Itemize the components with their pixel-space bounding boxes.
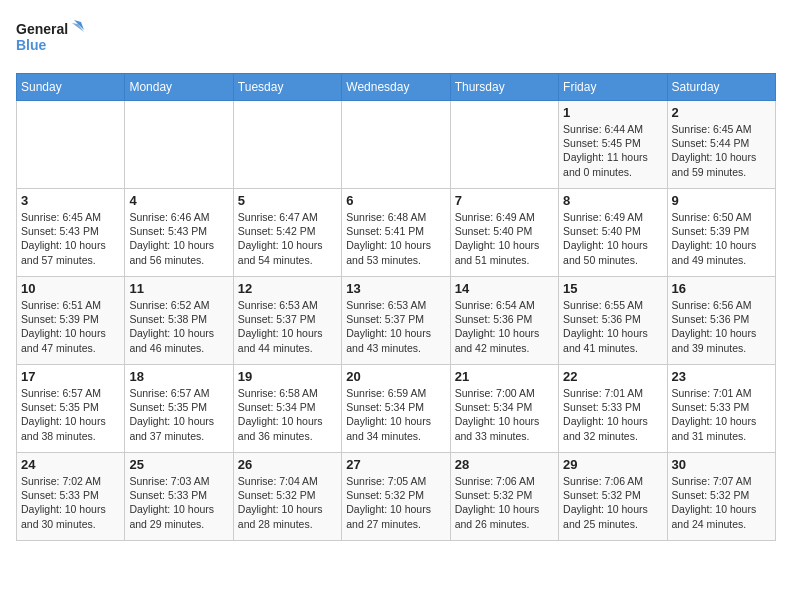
calendar-day-cell: 4Sunrise: 6:46 AM Sunset: 5:43 PM Daylig… bbox=[125, 189, 233, 277]
calendar-day-cell bbox=[233, 101, 341, 189]
day-info: Sunrise: 6:54 AM Sunset: 5:36 PM Dayligh… bbox=[455, 298, 554, 355]
day-number: 14 bbox=[455, 281, 554, 296]
logo-svg: General Blue bbox=[16, 16, 86, 61]
day-of-week-header: Wednesday bbox=[342, 74, 450, 101]
calendar-day-cell bbox=[342, 101, 450, 189]
day-number: 2 bbox=[672, 105, 771, 120]
day-info: Sunrise: 7:03 AM Sunset: 5:33 PM Dayligh… bbox=[129, 474, 228, 531]
calendar-day-cell: 9Sunrise: 6:50 AM Sunset: 5:39 PM Daylig… bbox=[667, 189, 775, 277]
logo: General Blue bbox=[16, 16, 86, 61]
day-number: 26 bbox=[238, 457, 337, 472]
day-info: Sunrise: 6:51 AM Sunset: 5:39 PM Dayligh… bbox=[21, 298, 120, 355]
calendar-day-cell: 5Sunrise: 6:47 AM Sunset: 5:42 PM Daylig… bbox=[233, 189, 341, 277]
calendar-week-row: 1Sunrise: 6:44 AM Sunset: 5:45 PM Daylig… bbox=[17, 101, 776, 189]
calendar-day-cell: 26Sunrise: 7:04 AM Sunset: 5:32 PM Dayli… bbox=[233, 453, 341, 541]
calendar-day-cell: 7Sunrise: 6:49 AM Sunset: 5:40 PM Daylig… bbox=[450, 189, 558, 277]
calendar-day-cell: 25Sunrise: 7:03 AM Sunset: 5:33 PM Dayli… bbox=[125, 453, 233, 541]
calendar-day-cell: 19Sunrise: 6:58 AM Sunset: 5:34 PM Dayli… bbox=[233, 365, 341, 453]
day-of-week-header: Tuesday bbox=[233, 74, 341, 101]
calendar-week-row: 17Sunrise: 6:57 AM Sunset: 5:35 PM Dayli… bbox=[17, 365, 776, 453]
day-info: Sunrise: 6:44 AM Sunset: 5:45 PM Dayligh… bbox=[563, 122, 662, 179]
day-number: 20 bbox=[346, 369, 445, 384]
calendar-day-cell bbox=[125, 101, 233, 189]
day-number: 7 bbox=[455, 193, 554, 208]
day-info: Sunrise: 7:05 AM Sunset: 5:32 PM Dayligh… bbox=[346, 474, 445, 531]
day-number: 5 bbox=[238, 193, 337, 208]
day-info: Sunrise: 6:46 AM Sunset: 5:43 PM Dayligh… bbox=[129, 210, 228, 267]
day-number: 18 bbox=[129, 369, 228, 384]
day-of-week-header: Sunday bbox=[17, 74, 125, 101]
day-of-week-header: Monday bbox=[125, 74, 233, 101]
calendar-day-cell: 17Sunrise: 6:57 AM Sunset: 5:35 PM Dayli… bbox=[17, 365, 125, 453]
day-number: 29 bbox=[563, 457, 662, 472]
day-number: 30 bbox=[672, 457, 771, 472]
day-number: 27 bbox=[346, 457, 445, 472]
calendar-day-cell: 29Sunrise: 7:06 AM Sunset: 5:32 PM Dayli… bbox=[559, 453, 667, 541]
day-header-row: SundayMondayTuesdayWednesdayThursdayFrid… bbox=[17, 74, 776, 101]
calendar-header: SundayMondayTuesdayWednesdayThursdayFrid… bbox=[17, 74, 776, 101]
day-info: Sunrise: 6:59 AM Sunset: 5:34 PM Dayligh… bbox=[346, 386, 445, 443]
day-info: Sunrise: 7:01 AM Sunset: 5:33 PM Dayligh… bbox=[672, 386, 771, 443]
day-number: 25 bbox=[129, 457, 228, 472]
day-info: Sunrise: 6:58 AM Sunset: 5:34 PM Dayligh… bbox=[238, 386, 337, 443]
day-info: Sunrise: 6:45 AM Sunset: 5:43 PM Dayligh… bbox=[21, 210, 120, 267]
calendar-day-cell: 12Sunrise: 6:53 AM Sunset: 5:37 PM Dayli… bbox=[233, 277, 341, 365]
day-number: 11 bbox=[129, 281, 228, 296]
day-info: Sunrise: 6:50 AM Sunset: 5:39 PM Dayligh… bbox=[672, 210, 771, 267]
calendar-day-cell: 22Sunrise: 7:01 AM Sunset: 5:33 PM Dayli… bbox=[559, 365, 667, 453]
day-number: 9 bbox=[672, 193, 771, 208]
day-number: 3 bbox=[21, 193, 120, 208]
day-info: Sunrise: 6:45 AM Sunset: 5:44 PM Dayligh… bbox=[672, 122, 771, 179]
day-number: 4 bbox=[129, 193, 228, 208]
day-number: 13 bbox=[346, 281, 445, 296]
svg-text:Blue: Blue bbox=[16, 37, 47, 53]
calendar-day-cell bbox=[450, 101, 558, 189]
calendar-day-cell: 20Sunrise: 6:59 AM Sunset: 5:34 PM Dayli… bbox=[342, 365, 450, 453]
day-info: Sunrise: 7:07 AM Sunset: 5:32 PM Dayligh… bbox=[672, 474, 771, 531]
day-number: 22 bbox=[563, 369, 662, 384]
day-info: Sunrise: 7:02 AM Sunset: 5:33 PM Dayligh… bbox=[21, 474, 120, 531]
day-number: 24 bbox=[21, 457, 120, 472]
calendar-day-cell: 11Sunrise: 6:52 AM Sunset: 5:38 PM Dayli… bbox=[125, 277, 233, 365]
day-info: Sunrise: 6:55 AM Sunset: 5:36 PM Dayligh… bbox=[563, 298, 662, 355]
calendar-day-cell: 15Sunrise: 6:55 AM Sunset: 5:36 PM Dayli… bbox=[559, 277, 667, 365]
calendar-body: 1Sunrise: 6:44 AM Sunset: 5:45 PM Daylig… bbox=[17, 101, 776, 541]
day-of-week-header: Thursday bbox=[450, 74, 558, 101]
calendar-week-row: 24Sunrise: 7:02 AM Sunset: 5:33 PM Dayli… bbox=[17, 453, 776, 541]
calendar-day-cell: 6Sunrise: 6:48 AM Sunset: 5:41 PM Daylig… bbox=[342, 189, 450, 277]
day-info: Sunrise: 6:49 AM Sunset: 5:40 PM Dayligh… bbox=[563, 210, 662, 267]
day-info: Sunrise: 6:57 AM Sunset: 5:35 PM Dayligh… bbox=[21, 386, 120, 443]
day-of-week-header: Friday bbox=[559, 74, 667, 101]
day-info: Sunrise: 7:01 AM Sunset: 5:33 PM Dayligh… bbox=[563, 386, 662, 443]
day-number: 23 bbox=[672, 369, 771, 384]
day-info: Sunrise: 6:52 AM Sunset: 5:38 PM Dayligh… bbox=[129, 298, 228, 355]
day-of-week-header: Saturday bbox=[667, 74, 775, 101]
calendar-day-cell bbox=[17, 101, 125, 189]
day-info: Sunrise: 7:04 AM Sunset: 5:32 PM Dayligh… bbox=[238, 474, 337, 531]
day-number: 19 bbox=[238, 369, 337, 384]
calendar-day-cell: 28Sunrise: 7:06 AM Sunset: 5:32 PM Dayli… bbox=[450, 453, 558, 541]
calendar-day-cell: 1Sunrise: 6:44 AM Sunset: 5:45 PM Daylig… bbox=[559, 101, 667, 189]
day-number: 21 bbox=[455, 369, 554, 384]
day-number: 10 bbox=[21, 281, 120, 296]
calendar-day-cell: 27Sunrise: 7:05 AM Sunset: 5:32 PM Dayli… bbox=[342, 453, 450, 541]
day-info: Sunrise: 6:53 AM Sunset: 5:37 PM Dayligh… bbox=[346, 298, 445, 355]
calendar-week-row: 3Sunrise: 6:45 AM Sunset: 5:43 PM Daylig… bbox=[17, 189, 776, 277]
day-number: 12 bbox=[238, 281, 337, 296]
calendar-day-cell: 10Sunrise: 6:51 AM Sunset: 5:39 PM Dayli… bbox=[17, 277, 125, 365]
svg-text:General: General bbox=[16, 21, 68, 37]
day-info: Sunrise: 7:06 AM Sunset: 5:32 PM Dayligh… bbox=[563, 474, 662, 531]
day-info: Sunrise: 6:49 AM Sunset: 5:40 PM Dayligh… bbox=[455, 210, 554, 267]
calendar-day-cell: 2Sunrise: 6:45 AM Sunset: 5:44 PM Daylig… bbox=[667, 101, 775, 189]
day-info: Sunrise: 6:47 AM Sunset: 5:42 PM Dayligh… bbox=[238, 210, 337, 267]
calendar-day-cell: 14Sunrise: 6:54 AM Sunset: 5:36 PM Dayli… bbox=[450, 277, 558, 365]
calendar-table: SundayMondayTuesdayWednesdayThursdayFrid… bbox=[16, 73, 776, 541]
calendar-day-cell: 23Sunrise: 7:01 AM Sunset: 5:33 PM Dayli… bbox=[667, 365, 775, 453]
day-info: Sunrise: 7:06 AM Sunset: 5:32 PM Dayligh… bbox=[455, 474, 554, 531]
page-header: General Blue bbox=[16, 16, 776, 61]
day-info: Sunrise: 6:53 AM Sunset: 5:37 PM Dayligh… bbox=[238, 298, 337, 355]
day-number: 16 bbox=[672, 281, 771, 296]
calendar-week-row: 10Sunrise: 6:51 AM Sunset: 5:39 PM Dayli… bbox=[17, 277, 776, 365]
calendar-day-cell: 8Sunrise: 6:49 AM Sunset: 5:40 PM Daylig… bbox=[559, 189, 667, 277]
day-number: 28 bbox=[455, 457, 554, 472]
